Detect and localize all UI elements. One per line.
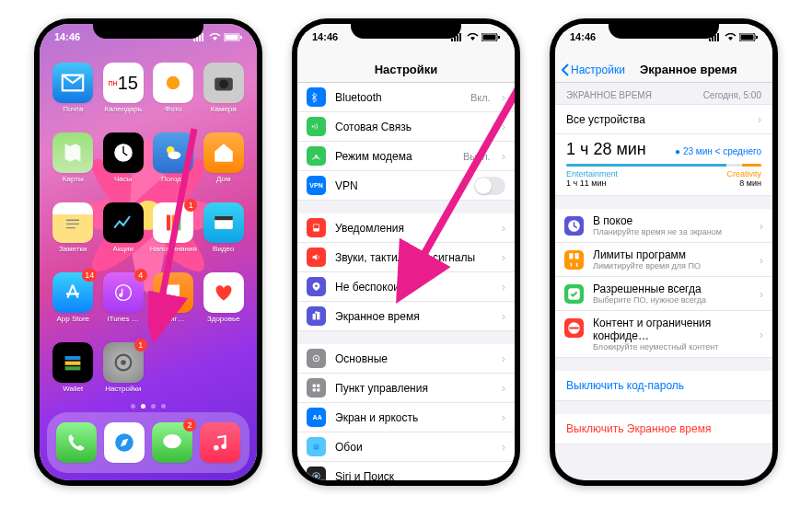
disable-passcode-link[interactable]: Выключить код-пароль: [555, 371, 772, 401]
siri-icon: [307, 467, 326, 480]
downtime-icon: [564, 216, 584, 236]
svg-point-24: [115, 285, 131, 301]
wifi-icon: [209, 33, 221, 41]
cat1-time: 1 ч 11 мин: [566, 179, 618, 188]
svg-rect-23: [215, 216, 233, 220]
chevron-right-icon: ›: [502, 120, 505, 133]
wallet-icon: [52, 342, 93, 383]
app-appstore[interactable]: 14App Store: [49, 272, 98, 335]
app-camera[interactable]: Камера: [200, 63, 249, 125]
app-mail[interactable]: Почта: [49, 63, 98, 125]
app-wallet[interactable]: Wallet: [49, 342, 98, 405]
row-label: Уведомления: [335, 222, 491, 235]
app-home[interactable]: Дом: [200, 133, 249, 195]
app-maps[interactable]: Карты: [49, 133, 98, 195]
delta-label: ● 23 мин < среднего: [675, 146, 761, 156]
row-wallpaper[interactable]: Обои›: [297, 432, 515, 462]
vpn-icon: VPN: [307, 176, 326, 195]
row-sounds[interactable]: Звуки, тактильные сигналы›: [297, 243, 515, 272]
option-title: Разрешенные всегда: [593, 282, 748, 295]
option-subtitle: Выберите ПО, нужное всегда: [593, 295, 748, 305]
app-grid: ПочтаПН15КалендарьФотоКамераКартыЧасыПог…: [40, 57, 257, 398]
option-downtime[interactable]: В покоеПланируйте время не за экраном›: [555, 209, 772, 243]
app-settings[interactable]: 1Настройки: [99, 342, 148, 405]
svg-point-61: [315, 475, 319, 478]
badge: 4: [134, 269, 147, 282]
app-label: Почта: [63, 105, 83, 113]
appstore-icon: 14: [52, 272, 93, 313]
app-books[interactable]: Книг…: [149, 272, 198, 335]
notch: [93, 18, 203, 39]
app-clock[interactable]: Часы: [99, 133, 148, 195]
option-title: Лимиты программ: [593, 248, 748, 261]
row-label: Обои: [335, 441, 491, 454]
clock-icon: [103, 133, 144, 173]
row-notifications[interactable]: Уведомления›: [297, 213, 515, 243]
row-controlcenter[interactable]: Пункт управления›: [297, 374, 515, 403]
status-indicators: [709, 33, 758, 41]
disable-screentime-link[interactable]: Выключить Экранное время: [555, 414, 772, 444]
usage-card[interactable]: Все устройства › 1 ч 28 мин ● 23 мин < с…: [555, 104, 772, 196]
row-hotspot[interactable]: Режим модемаВыкл.›: [297, 142, 515, 171]
row-dnd[interactable]: Не беспокоить›: [297, 272, 515, 302]
option-allowed[interactable]: Разрешенные всегдаВыберите ПО, нужное вс…: [555, 277, 772, 311]
app-health[interactable]: Здоровье: [200, 272, 249, 335]
notifications-icon: [307, 218, 326, 237]
app-weather[interactable]: Погода: [149, 133, 198, 195]
app-label: Видео: [213, 245, 234, 253]
app-itunes[interactable]: 4iTunes …: [99, 272, 148, 335]
notes-icon: [52, 202, 93, 243]
row-cellular[interactable]: Сотовая Связь›: [297, 112, 515, 142]
row-general[interactable]: Основные›: [297, 344, 515, 374]
cat2-time: 8 мин: [726, 179, 761, 188]
badge: 1: [134, 339, 147, 351]
row-bluetooth[interactable]: BluetoothВкл.›: [297, 83, 515, 112]
devices-label: Все устройства: [566, 113, 645, 126]
dock: 2: [47, 412, 249, 473]
app-label: App Store: [56, 315, 89, 323]
applimits-icon: [564, 250, 584, 270]
toggle[interactable]: [474, 177, 505, 195]
home-icon: [203, 133, 244, 173]
svg-rect-40: [459, 33, 461, 41]
option-subtitle: Планируйте время не за экраном: [593, 227, 748, 236]
svg-rect-20: [172, 215, 176, 231]
itunes-icon: 4: [103, 272, 144, 313]
svg-rect-54: [313, 385, 316, 387]
app-photos[interactable]: Фото: [149, 63, 198, 125]
chevron-right-icon: ›: [502, 381, 505, 395]
app-label: Заметки: [59, 245, 87, 253]
row-display[interactable]: AAЭкран и яркость›: [297, 403, 515, 432]
dock-music[interactable]: [200, 422, 240, 463]
dock-messages[interactable]: 2: [152, 422, 192, 463]
option-content[interactable]: Контент и ограничения конфиде…Блокируйте…: [555, 311, 772, 358]
settings-list: BluetoothВкл.›Сотовая Связь›Режим модема…: [297, 83, 515, 480]
svg-point-35: [221, 444, 226, 449]
dock-phone[interactable]: [56, 422, 97, 463]
dock-safari[interactable]: [104, 422, 145, 463]
app-calendar[interactable]: ПН15Календарь: [99, 63, 148, 125]
row-label: Экранное время: [335, 310, 491, 323]
svg-rect-19: [167, 215, 170, 231]
row-screentime[interactable]: Экранное время›: [297, 302, 515, 331]
chevron-right-icon: ›: [502, 469, 505, 480]
cellular-icon: [307, 117, 326, 136]
chevron-right-icon: ›: [502, 351, 505, 365]
badge: 2: [183, 419, 196, 432]
svg-rect-28: [65, 366, 81, 370]
app-reminders[interactable]: 1Напоминания: [149, 202, 198, 265]
content-icon: [564, 318, 584, 338]
phone-settings: 14:46 Настройки BluetoothВкл.›Сотовая Св…: [292, 18, 520, 486]
row-vpn[interactable]: VPNVPN: [297, 171, 515, 201]
row-label: Экран и яркость: [335, 411, 491, 424]
option-applimits[interactable]: Лимиты программЛимитируйте время для ПО›: [555, 243, 772, 277]
app-videos[interactable]: Видео: [200, 202, 249, 265]
app-notes[interactable]: Заметки: [49, 202, 98, 265]
app-stocks[interactable]: Акции: [99, 202, 148, 265]
health-icon: [203, 272, 244, 313]
back-button[interactable]: Настройки: [561, 63, 625, 76]
dnd-icon: [307, 277, 326, 296]
chevron-right-icon: ›: [502, 90, 505, 104]
back-label: Настройки: [571, 63, 625, 76]
row-siri[interactable]: Siri и Поиск›: [297, 462, 515, 480]
